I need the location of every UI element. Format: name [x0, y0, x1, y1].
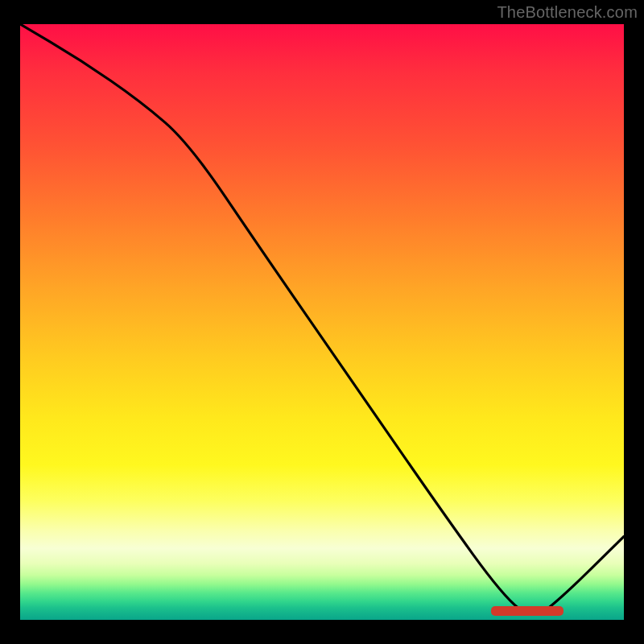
attribution-text: TheBottleneck.com	[497, 3, 638, 22]
plot-outer	[20, 24, 624, 620]
bottleneck-curve	[20, 24, 624, 620]
curve-path	[20, 24, 624, 614]
optimal-marker	[491, 606, 564, 616]
chart-frame: TheBottleneck.com	[0, 0, 644, 644]
